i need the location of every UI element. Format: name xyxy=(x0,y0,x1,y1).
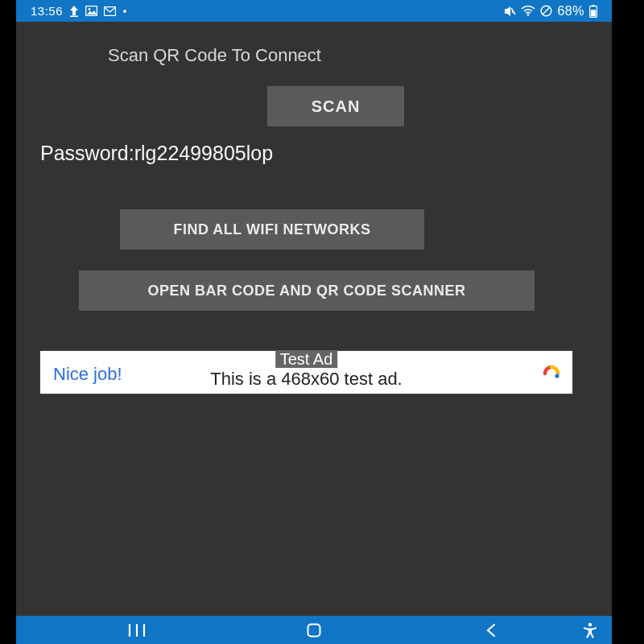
ad-center-text: This is a 468x60 test ad. xyxy=(40,369,572,390)
status-bar: 13:56 68% xyxy=(16,0,612,22)
open-scanner-button[interactable]: OPEN BAR CODE AND QR CODE SCANNER xyxy=(79,270,535,311)
wifi-icon xyxy=(521,6,535,16)
svg-line-8 xyxy=(543,7,550,14)
recents-button[interactable] xyxy=(119,616,155,644)
back-button[interactable] xyxy=(473,616,509,644)
ad-tag-label: Test Ad xyxy=(275,350,338,368)
accessibility-button[interactable] xyxy=(576,616,604,644)
svg-point-12 xyxy=(555,374,559,378)
svg-point-17 xyxy=(588,622,591,625)
status-left-cluster: 13:56 xyxy=(31,4,127,18)
password-text: Password:rlg22499805lop xyxy=(40,142,273,165)
gmail-icon xyxy=(104,6,116,16)
battery-icon xyxy=(589,5,597,18)
clock-text: 13:56 xyxy=(31,4,63,18)
svg-point-4 xyxy=(123,10,126,13)
no-data-icon xyxy=(540,5,552,17)
image-icon xyxy=(85,6,97,16)
vibrate-mute-icon xyxy=(503,6,516,17)
main-content: Scan QR Code To Connect SCAN Password:rl… xyxy=(16,22,612,616)
scan-heading: Scan QR Code To Connect xyxy=(108,45,321,66)
status-right-cluster: 68% xyxy=(503,4,597,19)
find-wifi-button[interactable]: FIND ALL WIFI NETWORKS xyxy=(120,209,424,250)
app-screen: 13:56 68% xyxy=(16,0,612,644)
more-notifications-dot xyxy=(122,9,127,14)
svg-rect-16 xyxy=(308,624,320,636)
svg-point-2 xyxy=(89,8,91,10)
admob-logo-icon xyxy=(542,364,561,386)
svg-rect-0 xyxy=(70,15,78,17)
upload-icon xyxy=(69,6,79,17)
battery-percent-text: 68% xyxy=(557,4,584,19)
nav-bar xyxy=(16,616,612,644)
home-button[interactable] xyxy=(296,616,332,644)
svg-point-6 xyxy=(527,14,530,16)
ad-banner[interactable]: Test Ad Nice job! This is a 468x60 test … xyxy=(39,350,573,394)
svg-rect-11 xyxy=(591,10,596,16)
scan-button[interactable]: SCAN xyxy=(267,86,404,126)
